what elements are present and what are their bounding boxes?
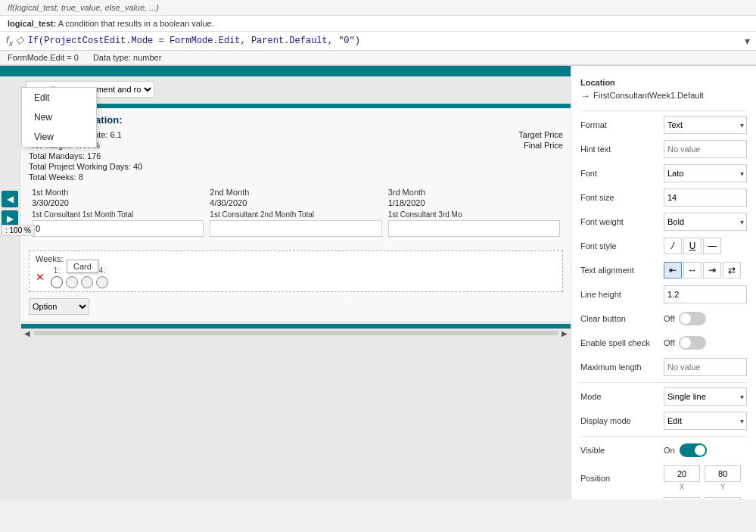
formula-mode-item-0: FormMode.Edit = 0 bbox=[8, 53, 79, 62]
divider-3 bbox=[580, 436, 747, 437]
scroll-right-arrow[interactable]: ▶ bbox=[562, 329, 568, 338]
month-3-input[interactable] bbox=[388, 220, 560, 237]
textalign-label: Text alignment bbox=[580, 266, 664, 275]
bottom-select[interactable]: Option bbox=[29, 298, 89, 315]
month-col-2: 2nd Month 4/30/2020 1st Consultant 2nd M… bbox=[207, 188, 384, 237]
project-info-row-1: USD Exchange Rate: 6.1 Target Price bbox=[29, 130, 563, 139]
week-circle-1[interactable] bbox=[51, 276, 63, 288]
format-select[interactable]: Text bbox=[664, 116, 747, 134]
bottom-scroll: ◀ ▶ bbox=[21, 328, 571, 338]
menu-item-edit[interactable]: Edit bbox=[22, 88, 96, 107]
align-right-button[interactable]: ⇥ bbox=[703, 262, 721, 278]
total-working-days: Total Project Working Days: 40 bbox=[29, 162, 142, 171]
month-2-total-label: 1st Consultant 2nd Month Total bbox=[210, 210, 381, 219]
zoom-control: : 100 % bbox=[2, 225, 35, 236]
position-x-input[interactable] bbox=[664, 465, 700, 482]
formula-expand-icon[interactable]: ▾ bbox=[745, 35, 750, 47]
clear-button-toggle[interactable] bbox=[679, 312, 706, 325]
prop-row-visible: Visible On bbox=[580, 441, 747, 459]
max-length-input[interactable] bbox=[664, 358, 747, 376]
displaymode-select-wrap: Edit bbox=[664, 412, 747, 430]
teal-bar-top bbox=[0, 66, 571, 76]
size-height-input[interactable] bbox=[705, 497, 741, 499]
italic-button[interactable]: / bbox=[664, 238, 682, 254]
formula-mode-bar: FormMode.Edit = 0 Data type: number bbox=[0, 51, 756, 65]
dropdown-menu: Edit New View bbox=[21, 87, 97, 148]
font-weight-select[interactable]: Bold bbox=[664, 213, 747, 231]
card-tooltip-text: Card bbox=[73, 262, 92, 271]
visible-state: On bbox=[664, 446, 675, 455]
prop-row-textalign: Text alignment ⇤ ↔ ⇥ ⇄ bbox=[580, 261, 747, 279]
week-circle-2[interactable] bbox=[66, 276, 78, 288]
divider-2 bbox=[580, 382, 747, 383]
font-select[interactable]: Lato bbox=[664, 164, 747, 182]
strikethrough-button[interactable]: — bbox=[703, 238, 721, 254]
menu-item-view[interactable]: View bbox=[22, 127, 96, 147]
month-3-date: 1/18/2020 bbox=[388, 198, 560, 207]
weeks-section: Weeks: ✕ 1: 2: 3: bbox=[29, 250, 563, 292]
prop-row-fontsize: Font size bbox=[580, 188, 747, 207]
fontstyle-label: Font style bbox=[580, 241, 664, 250]
formula-logical-bar: logical_test: A condition that results i… bbox=[0, 16, 756, 32]
fontweight-label: Font weight bbox=[580, 217, 664, 226]
month-2-input[interactable] bbox=[210, 220, 381, 237]
align-buttons: ⇤ ↔ ⇥ ⇄ bbox=[664, 262, 741, 278]
formula-mode-item-1: Data type: number bbox=[93, 53, 162, 62]
bottom-select-row: Option bbox=[29, 298, 563, 315]
spell-check-state: Off bbox=[664, 338, 674, 347]
clearbutton-label: Clear button bbox=[580, 314, 664, 323]
formula-hint-bar: If(logical_test, true_value, else_value,… bbox=[0, 0, 756, 16]
formula-logical-label: logical_test: bbox=[8, 19, 56, 28]
month-col-1: 1st Month 3/30/2020 1st Consultant 1st M… bbox=[29, 188, 207, 237]
spellcheck-label: Enable spell check bbox=[580, 338, 664, 347]
display-mode-select[interactable]: Edit bbox=[664, 412, 747, 430]
location-item: → FirstConsultantWeek1.Default bbox=[580, 90, 747, 101]
underline-button[interactable]: U bbox=[683, 238, 702, 254]
x-axis-label: X bbox=[680, 483, 685, 491]
formula-input[interactable] bbox=[28, 36, 742, 46]
size-width-input[interactable] bbox=[664, 497, 700, 499]
position-y-input[interactable] bbox=[705, 465, 741, 482]
line-height-input[interactable] bbox=[664, 285, 747, 303]
delete-week-icon[interactable]: ✕ bbox=[36, 271, 45, 283]
week-item-1: 1: bbox=[51, 266, 63, 288]
size-width-group: Width bbox=[664, 497, 700, 499]
format-select-wrap: Text bbox=[664, 116, 747, 134]
size-height-group: Height bbox=[705, 497, 741, 499]
align-justify-button[interactable]: ⇄ bbox=[723, 262, 741, 278]
scroll-track bbox=[33, 331, 558, 335]
lineheight-label: Line height bbox=[580, 290, 664, 299]
scroll-left-arrow[interactable]: ◀ bbox=[24, 329, 30, 338]
hint-text-input[interactable] bbox=[664, 140, 747, 158]
project-info-row-3: Total Mandays: 176 bbox=[29, 151, 563, 160]
spell-check-toggle[interactable] bbox=[679, 336, 706, 350]
visible-toggle[interactable] bbox=[680, 443, 707, 457]
visible-toggle-container: On bbox=[664, 443, 707, 457]
month-1-label: 1st Month bbox=[32, 188, 204, 197]
prop-row-lineheight: Line height bbox=[580, 285, 747, 303]
card-tooltip: Card bbox=[67, 260, 98, 273]
align-left-button[interactable]: ⇤ bbox=[664, 262, 682, 278]
prop-row-mode: Mode Single line bbox=[580, 387, 747, 406]
week-circle-4[interactable] bbox=[96, 276, 108, 288]
nav-arrow-left[interactable]: ◀ bbox=[2, 191, 18, 207]
month-2-label: 2nd Month bbox=[210, 188, 381, 197]
mode-select[interactable]: Single line bbox=[664, 387, 747, 406]
align-center-button[interactable]: ↔ bbox=[683, 262, 702, 278]
month-1-input[interactable] bbox=[32, 220, 204, 237]
project-select-row: operations assessment and roadmap bbox=[21, 76, 571, 104]
final-price-label: Final Price bbox=[524, 141, 563, 150]
hint-label: Hint text bbox=[580, 145, 664, 154]
menu-item-new[interactable]: New bbox=[22, 107, 96, 127]
total-weeks: Total Weeks: 8 bbox=[29, 173, 83, 182]
zoom-value: 100 % bbox=[10, 226, 31, 235]
font-size-input[interactable] bbox=[664, 188, 747, 207]
project-info-title: Project Information: bbox=[29, 114, 563, 126]
weeks-label: Weeks: bbox=[36, 254, 556, 263]
clear-button-toggle-container: Off bbox=[664, 312, 706, 325]
month-col-3: 3rd Month 1/18/2020 1st Consultant 3rd M… bbox=[385, 188, 563, 237]
location-section: Location → FirstConsultantWeek1.Default bbox=[580, 73, 747, 106]
week-circle-3[interactable] bbox=[81, 276, 93, 288]
location-arrow-icon: → bbox=[580, 90, 590, 101]
position-label: Position bbox=[580, 474, 664, 483]
